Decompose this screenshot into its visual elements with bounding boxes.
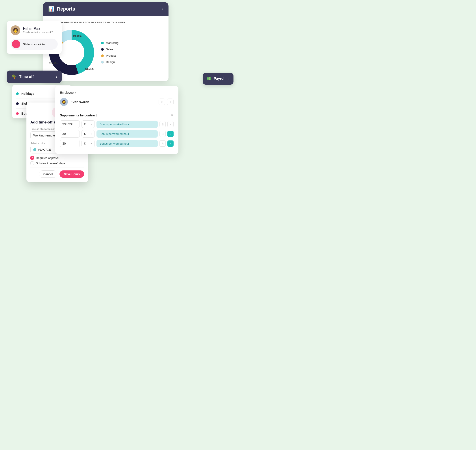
chart-title: PROJECT HOURS WORKED EACH DAY PER TEAM T…: [47, 21, 164, 24]
currency-chevron-2: ▾: [91, 133, 92, 135]
chart-area: 44h 00m 42h 20m 12h 30m 43h 15m Marketin…: [47, 28, 164, 77]
supplement-type-2[interactable]: Bonus per worked hour: [97, 130, 158, 138]
requires-approval-checkbox[interactable]: [30, 156, 34, 160]
supplement-type-3[interactable]: Bonus per worked hour: [97, 140, 158, 147]
slide-arrow-icon[interactable]: →: [12, 40, 20, 48]
chart-label-bottom-left: 12h 30m: [49, 62, 58, 65]
reports-header[interactable]: 📊 Reports ›: [43, 2, 168, 16]
timeoff-label: Time off: [19, 75, 34, 79]
tol-holidays-left: Holidays: [16, 92, 34, 95]
check-supplement-3[interactable]: ✓: [167, 141, 174, 147]
check-supplement-2[interactable]: ✓: [167, 131, 174, 137]
save-button[interactable]: Save Hours: [59, 171, 84, 178]
copy-icon[interactable]: ⎘: [159, 99, 165, 105]
business-dot: [16, 112, 19, 115]
avatar: 🧑: [11, 25, 20, 35]
payroll-card[interactable]: 💵 Payroll ›: [203, 73, 233, 85]
employee-row: 🧔 Evan Waren ⎘ +: [60, 98, 174, 109]
employee-action-icons: ⎘ +: [159, 99, 174, 105]
currency-chevron-3: ▾: [91, 142, 92, 145]
copy-supplement-1[interactable]: ⎘: [159, 121, 166, 127]
reports-body: PROJECT HOURS WORKED EACH DAY PER TEAM T…: [43, 16, 168, 81]
timeoff-chevron-icon[interactable]: ›: [56, 75, 57, 79]
employee-name: Evan Waren: [70, 100, 156, 104]
supplements-title-row: Supplements by contract ✏: [60, 113, 174, 117]
chart-label-bottom-right: 43h 15m: [85, 68, 94, 70]
supplement-currency-1[interactable]: € ▾: [81, 120, 95, 128]
hello-text-block: Hello, Max Ready to start a new week?: [23, 27, 53, 34]
legend-label-product: Product: [106, 54, 116, 57]
payroll-icon: 💵: [207, 76, 211, 81]
sick-dot: [16, 102, 19, 105]
check-supplement-1[interactable]: ✓: [167, 121, 174, 127]
employee-filter-row[interactable]: Employee ▾: [60, 91, 174, 94]
holidays-dot: [16, 92, 19, 95]
timeoff-icon: 🌴: [11, 74, 17, 79]
requires-approval-label: Requires approval: [36, 156, 59, 160]
legend-label-marketing: Marketing: [106, 41, 118, 45]
hello-name: Hello, Max: [23, 27, 53, 31]
supplement-currency-3[interactable]: € ▾: [81, 140, 95, 147]
copy-supplement-3[interactable]: ⎘: [159, 141, 166, 147]
timeoff-card[interactable]: 🌴 Time off ›: [7, 71, 62, 83]
svg-point-5: [59, 40, 84, 65]
reports-header-left: 📊 Reports: [48, 6, 75, 12]
reports-chevron-icon[interactable]: ›: [162, 7, 163, 12]
legend-dot-design: [101, 61, 104, 64]
legend-label-design: Design: [106, 60, 115, 64]
employee-filter-label: Employee: [60, 91, 74, 94]
reports-title: Reports: [57, 6, 75, 12]
employee-dropdown-icon[interactable]: ▾: [75, 91, 76, 94]
requires-approval-row[interactable]: Requires approval: [30, 156, 84, 160]
currency-chevron-1: ▾: [91, 123, 92, 125]
reports-card: 📊 Reports › PROJECT HOURS WORKED EACH DA…: [43, 2, 168, 81]
supplement-currency-2[interactable]: € ▾: [81, 130, 95, 138]
color-value: #6AC7CE: [38, 148, 51, 151]
payroll-left: 💵 Payroll: [207, 76, 225, 81]
legend-dot-marketing: [101, 42, 104, 44]
copy-supplement-2[interactable]: ⎘: [159, 131, 166, 137]
subtract-row[interactable]: Substract time-off days: [30, 161, 84, 165]
chart-label-top: 44h 00m: [73, 35, 81, 37]
supplement-type-1[interactable]: Bonus per worked hour: [97, 121, 158, 128]
legend-dot-product: [101, 54, 104, 57]
reports-icon: 📊: [48, 6, 54, 12]
holidays-name: Holidays: [21, 92, 34, 95]
supplement-amount-1[interactable]: [60, 120, 80, 128]
payroll-chevron-icon[interactable]: ›: [228, 77, 230, 80]
supplement-row-1: € ▾ Bonus per worked hour ⎘ ✓: [60, 120, 174, 128]
currency-symbol-2: €: [84, 132, 86, 136]
timeoff-left: 🌴 Time off: [11, 74, 34, 79]
legend-label-sales: Sales: [106, 48, 113, 51]
edit-icon[interactable]: ✏: [171, 113, 174, 117]
subtract-checkbox[interactable]: [30, 161, 34, 165]
supplement-amount-2[interactable]: [60, 130, 80, 138]
employee-avatar: 🧔: [60, 98, 68, 106]
supplement-amount-3[interactable]: [60, 140, 80, 147]
hello-card: 🧑 Hello, Max Ready to start a new week? …: [7, 21, 62, 54]
legend-dot-sales: [101, 48, 104, 51]
slide-to-clock-in[interactable]: → Slide to clock in: [11, 39, 58, 50]
slide-text: Slide to clock in: [23, 42, 45, 46]
supplements-card: Employee ▾ 🧔 Evan Waren ⎘ + Supplements …: [55, 86, 178, 154]
legend-sales: Sales: [101, 48, 118, 51]
legend-design: Design: [101, 60, 118, 64]
modal-btn-row: Cancel Save Hours: [30, 171, 84, 178]
supplement-row-3: € ▾ Bonus per worked hour ⎘ ✓: [60, 140, 174, 147]
hello-subtitle: Ready to start a new week?: [23, 31, 53, 34]
supplements-title: Supplements by contract: [60, 113, 97, 117]
hello-top: 🧑 Hello, Max Ready to start a new week?: [11, 25, 58, 35]
subtract-label: Substract time-off days: [36, 162, 65, 165]
legend-product: Product: [101, 54, 118, 57]
supplement-row-2: € ▾ Bonus per worked hour ⎘ ✓: [60, 130, 174, 138]
payroll-label: Payroll: [214, 77, 225, 81]
chart-legend: Marketing Sales Product Design: [101, 41, 118, 64]
currency-symbol-1: €: [84, 122, 86, 126]
color-swatch: [33, 148, 36, 151]
legend-marketing: Marketing: [101, 41, 118, 45]
currency-symbol-3: €: [84, 142, 86, 145]
add-icon[interactable]: +: [167, 99, 174, 105]
cancel-button[interactable]: Cancel: [39, 171, 58, 178]
